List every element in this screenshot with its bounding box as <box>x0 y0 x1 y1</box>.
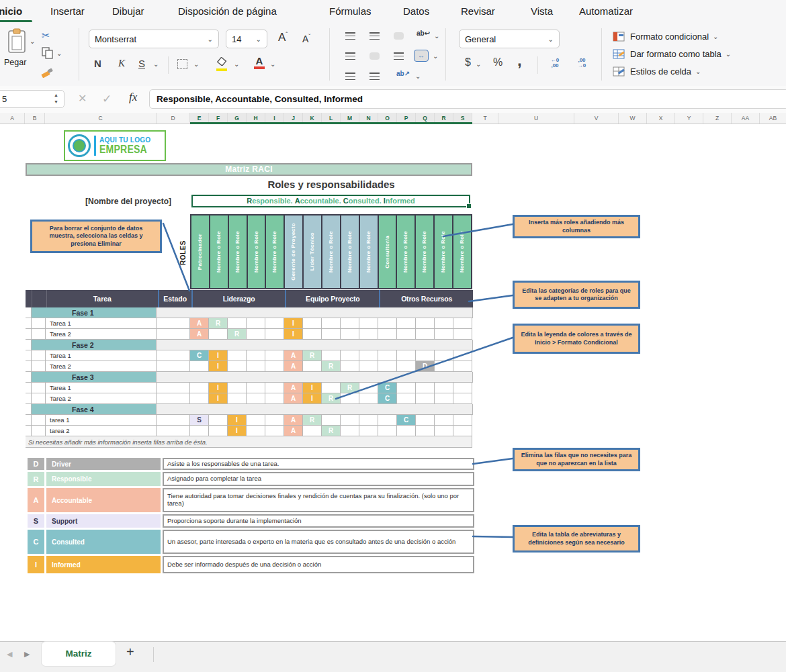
legend-label-band[interactable]: Informed <box>46 556 161 573</box>
task-cell-b[interactable] <box>32 415 46 426</box>
legend-letter-badge[interactable]: D <box>28 458 44 470</box>
matrix-cell[interactable] <box>397 350 416 361</box>
currency-chevron-icon[interactable]: ⌄ <box>476 60 481 68</box>
matrix-cell[interactable] <box>359 383 378 393</box>
matrix-cell[interactable] <box>359 415 378 426</box>
matrix-cell[interactable] <box>416 415 435 426</box>
decrease-indent-icon[interactable] <box>345 73 355 80</box>
header-liderazgo[interactable]: Liderazgo <box>191 290 286 307</box>
matrix-cell[interactable] <box>247 383 265 393</box>
fill-color-button[interactable] <box>216 56 228 71</box>
matrix-cell[interactable] <box>265 361 284 372</box>
align-center-icon[interactable] <box>369 52 380 60</box>
matrix-cell[interactable] <box>341 415 359 426</box>
matrix-cell[interactable] <box>416 329 435 340</box>
matrix-cell[interactable] <box>247 318 265 329</box>
ribbon-tab-vista[interactable]: Vista <box>531 5 553 17</box>
task-cell-a[interactable] <box>26 361 32 372</box>
matrix-cell[interactable] <box>359 329 378 340</box>
cancel-entry-icon[interactable]: ✕ <box>78 92 87 105</box>
legend-label-band[interactable]: Support <box>46 514 161 528</box>
task-name-cell[interactable]: tarea 1 <box>46 415 157 426</box>
align-top-icon[interactable] <box>345 32 355 40</box>
matrix-cell[interactable] <box>453 318 472 329</box>
role-column-header[interactable]: Nombre o Role <box>322 215 341 288</box>
wrap-text-chevron-icon[interactable]: ⌄ <box>434 32 439 40</box>
matrix-cell[interactable] <box>303 329 322 340</box>
borders-icon[interactable] <box>177 59 187 69</box>
ribbon-tab-dibujar[interactable]: Dibujar <box>112 5 144 17</box>
raci-mark-cell[interactable]: R <box>228 329 247 340</box>
fill-color-chevron-icon[interactable]: ⌄ <box>234 60 239 68</box>
estado-cell[interactable] <box>157 393 190 404</box>
raci-mark-cell[interactable]: C <box>378 393 397 404</box>
matrix-cell[interactable] <box>378 329 397 340</box>
currency-format-button[interactable]: $ <box>465 56 471 68</box>
header-tarea[interactable]: Tarea <box>47 290 158 307</box>
callout-annotation[interactable]: Edita las categorías de roles para que s… <box>513 281 640 309</box>
matrix-cell[interactable] <box>265 329 284 340</box>
orientation-chevron-icon[interactable]: ⌄ <box>415 73 421 80</box>
matrix-cell[interactable] <box>322 383 341 393</box>
legend-letter-badge[interactable]: I <box>28 556 44 573</box>
font-name-select[interactable]: Montserrat ⌄ <box>89 30 219 48</box>
matrix-cell[interactable] <box>247 426 265 436</box>
sheet-subtitle[interactable]: Roles y responsabilidades <box>190 179 472 190</box>
matrix-cell[interactable] <box>190 393 209 404</box>
note-cell[interactable]: Si necesitas añadir más información inse… <box>26 436 472 448</box>
matrix-cell[interactable] <box>435 329 453 340</box>
task-name-cell[interactable]: Tarea 1 <box>46 350 157 361</box>
raci-mark-cell[interactable]: A <box>284 426 303 436</box>
estado-cell[interactable] <box>157 383 190 393</box>
task-cell-b[interactable] <box>32 329 46 340</box>
copy-chevron-icon[interactable]: ⌄ <box>56 50 62 57</box>
comma-format-button[interactable]: , <box>517 51 522 70</box>
matrix-cell[interactable] <box>341 393 359 404</box>
shrink-font-button[interactable]: Aˇ <box>302 33 310 44</box>
matrix-cell[interactable] <box>265 350 284 361</box>
project-name-cell[interactable]: [Nombre del proyecto] <box>68 197 189 206</box>
raci-mark-cell[interactable]: I <box>209 393 228 404</box>
raci-mark-cell[interactable]: I <box>209 361 228 372</box>
role-column-header[interactable]: Nombre o Role <box>210 215 229 288</box>
callout-annotation[interactable]: Inserta más roles añadiendo más columnas <box>513 215 640 238</box>
matrix-cell[interactable] <box>303 361 322 372</box>
legend-description-cell[interactable]: Asiste a los responsables de una tarea. <box>163 458 474 470</box>
matrix-cell[interactable] <box>453 415 472 426</box>
raci-mark-cell[interactable]: A <box>284 361 303 372</box>
paste-chevron-icon[interactable]: ⌄ <box>30 38 35 45</box>
ribbon-tab-insertar[interactable]: Insertar <box>50 5 85 17</box>
matrix-cell[interactable] <box>228 383 247 393</box>
matrix-cell[interactable] <box>322 318 341 329</box>
phase-row-spacer[interactable] <box>26 340 32 350</box>
raci-mark-cell[interactable]: R <box>303 415 322 426</box>
matrix-cell[interactable] <box>416 318 435 329</box>
raci-mark-cell[interactable]: R <box>322 426 341 436</box>
raci-mark-cell[interactable]: I <box>303 383 322 393</box>
task-cell-a[interactable] <box>26 393 32 404</box>
confirm-entry-icon[interactable]: ✓ <box>102 92 112 106</box>
phase-row-spacer[interactable] <box>26 307 32 318</box>
matrix-cell[interactable] <box>190 426 209 436</box>
format-as-table-button[interactable]: Dar formato como tabla ⌄ <box>613 46 731 62</box>
name-box[interactable]: 5 ▲ ▼ <box>0 90 64 108</box>
matrix-cell[interactable] <box>397 318 416 329</box>
matrix-cell[interactable] <box>359 393 378 404</box>
matrix-cell[interactable] <box>247 350 265 361</box>
legend-description-cell[interactable]: Un asesor, parte interesada o experto en… <box>163 530 474 554</box>
raci-mark-cell[interactable]: I <box>228 426 247 436</box>
raci-mark-cell[interactable]: R <box>209 318 228 329</box>
prev-sheet-icon[interactable]: ◀ <box>7 650 12 659</box>
matrix-cell[interactable] <box>416 393 435 404</box>
increase-indent-icon[interactable] <box>369 73 380 80</box>
matrix-cell[interactable] <box>209 415 228 426</box>
matrix-cell[interactable] <box>378 426 397 436</box>
matrix-cell[interactable] <box>265 415 284 426</box>
matrix-cell[interactable] <box>416 383 435 393</box>
matrix-cell[interactable] <box>397 393 416 404</box>
raci-mark-cell[interactable]: A <box>284 383 303 393</box>
raci-mark-cell[interactable]: A <box>284 350 303 361</box>
formula-input[interactable]: Responsible, Accountable, Consulted, Inf… <box>149 89 786 109</box>
ribbon-tab-f-rmulas[interactable]: Fórmulas <box>329 5 372 17</box>
role-column-header[interactable]: Nombre o Role <box>360 215 379 288</box>
